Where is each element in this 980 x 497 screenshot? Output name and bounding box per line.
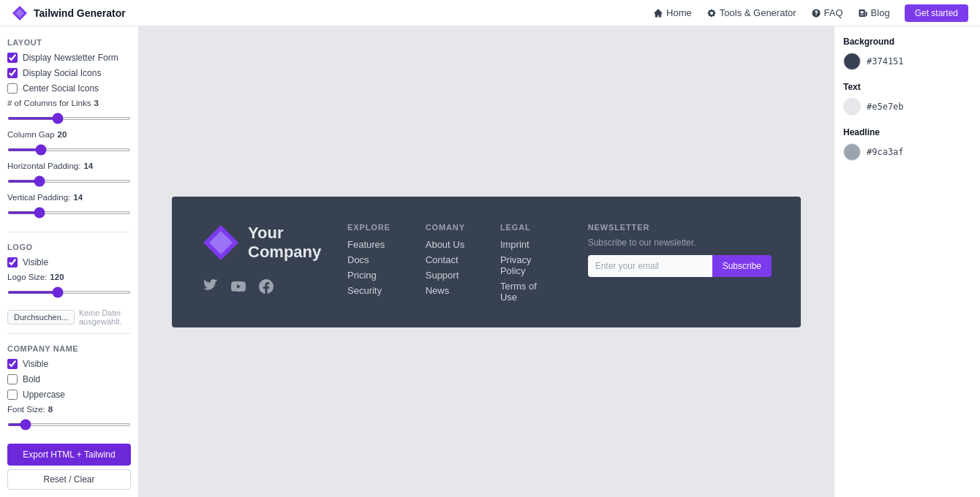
headline-color-row: #9ca3af <box>843 143 971 161</box>
divider-1 <box>7 232 131 232</box>
company-bold-row: Bold <box>7 374 131 384</box>
display-social-checkbox[interactable] <box>7 68 18 78</box>
nav-tools[interactable]: Tools & Generator <box>706 7 796 18</box>
newsletter-submit-button[interactable]: Subscribe <box>712 255 772 277</box>
reset-button[interactable]: Reset / Clear <box>7 469 131 490</box>
link-security[interactable]: Security <box>347 285 391 296</box>
company-visible-row: Visible <box>7 359 131 369</box>
social-icons <box>201 277 276 296</box>
display-social-label[interactable]: Display Social Icons <box>23 68 101 78</box>
nav-blog[interactable]: Blog <box>858 7 890 18</box>
v-padding-label: Vertical Padding: <box>7 193 70 202</box>
h-padding-slider[interactable] <box>7 180 131 183</box>
link-imprint[interactable]: Imprint <box>500 239 553 250</box>
blog-icon <box>858 8 868 18</box>
h-padding-value: 14 <box>83 162 93 170</box>
logo-size-label: Logo Size: <box>7 273 47 281</box>
top-nav: Tailwind Generator Home Tools & Generato… <box>0 0 980 26</box>
topnav-title: Tailwind Generator <box>34 7 126 19</box>
link-terms[interactable]: Terms of Use <box>500 281 553 303</box>
link-features[interactable]: Features <box>347 239 391 250</box>
link-docs[interactable]: Docs <box>347 254 391 265</box>
company-bold-checkbox[interactable] <box>7 374 18 384</box>
footer-top: Your Company <box>201 223 772 307</box>
newsletter-col: NEWSLETTER Subscribe to our newsletter. … <box>588 223 772 307</box>
file-label: Keine Datei ausgewählt. <box>79 308 131 326</box>
footer-preview: Your Company <box>172 197 801 327</box>
company-col: COMANY About Us Contact Support News <box>426 223 465 307</box>
company-section-title: Company Name <box>7 344 131 353</box>
font-size-label: Font Size: <box>7 405 45 414</box>
nav-home[interactable]: Home <box>653 7 692 18</box>
background-swatch[interactable] <box>843 53 861 70</box>
explore-title: EXPLORE <box>347 223 391 232</box>
left-sidebar: Layout Display Newsletter Form Display S… <box>0 26 139 497</box>
link-privacy[interactable]: Privacy Policy <box>500 254 553 276</box>
footer-logo-col: Your Company <box>201 223 347 296</box>
right-sidebar: Background #374151 Text #e5e7eb Headline… <box>834 26 980 497</box>
center-social-checkbox-row: Center Social Icons <box>7 83 131 94</box>
footer-link-columns: EXPLORE Features Docs Pricing Security C… <box>347 223 772 307</box>
text-swatch[interactable] <box>843 98 861 115</box>
logo-section-title: Logo <box>7 243 131 251</box>
logo-icon <box>12 5 28 21</box>
youtube-icon[interactable] <box>229 277 248 296</box>
newsletter-email-input[interactable] <box>588 255 712 277</box>
column-gap-slider[interactable] <box>7 148 131 151</box>
center-social-checkbox[interactable] <box>7 83 18 94</box>
text-color-row: #e5e7eb <box>843 98 971 115</box>
tools-icon <box>706 8 717 18</box>
link-about[interactable]: About Us <box>426 239 465 250</box>
headline-swatch[interactable] <box>843 143 861 161</box>
link-support[interactable]: Support <box>426 270 465 281</box>
logo-size-slider[interactable] <box>7 291 131 294</box>
display-newsletter-checkbox[interactable] <box>7 53 18 63</box>
display-newsletter-label[interactable]: Display Newsletter Form <box>23 53 118 63</box>
company-uppercase-label[interactable]: Uppercase <box>23 390 65 400</box>
home-icon <box>653 8 663 18</box>
center-social-label[interactable]: Center Social Icons <box>23 83 99 94</box>
logo-visible-row: Visible <box>7 257 131 268</box>
newsletter-desc: Subscribe to our newsletter. <box>588 238 772 248</box>
h-padding-slider-row: Horizontal Padding: 14 <box>7 162 131 186</box>
columns-slider[interactable] <box>7 117 131 120</box>
file-input-row: Durchsuchen... Keine Datei ausgewählt. <box>7 308 131 326</box>
layout-section-title: Layout <box>7 38 131 47</box>
newsletter-checkbox-row: Display Newsletter Form <box>7 53 131 63</box>
headline-hex: #9ca3af <box>867 147 904 157</box>
company-visible-checkbox[interactable] <box>7 359 18 369</box>
legal-title: LEGAL <box>500 223 553 232</box>
topnav-logo: Tailwind Generator <box>12 5 126 21</box>
v-padding-slider[interactable] <box>7 211 131 214</box>
logo-visible-label[interactable]: Visible <box>23 257 48 268</box>
file-browse-button[interactable]: Durchsuchen... <box>7 310 75 325</box>
font-size-slider[interactable] <box>7 423 131 426</box>
link-pricing[interactable]: Pricing <box>347 270 391 281</box>
divider-2 <box>7 333 131 334</box>
newsletter-form: Subscribe <box>588 255 772 277</box>
topnav-links: Home Tools & Generator FAQ Blog Get star… <box>653 4 968 22</box>
get-started-button[interactable]: Get started <box>905 4 968 22</box>
h-padding-label: Horizontal Padding: <box>7 162 80 170</box>
logo-svg <box>201 223 241 262</box>
link-news[interactable]: News <box>426 285 465 296</box>
column-gap-value: 20 <box>58 130 67 139</box>
link-contact[interactable]: Contact <box>426 254 465 265</box>
facebook-icon[interactable] <box>257 277 276 296</box>
headline-title: Headline <box>843 127 971 137</box>
company-bold-label[interactable]: Bold <box>23 374 40 384</box>
background-section: Background #374151 <box>843 37 971 70</box>
twitter-icon[interactable] <box>201 277 220 296</box>
font-size-slider-row: Font Size: 8 <box>7 405 131 429</box>
nav-faq[interactable]: FAQ <box>811 7 843 18</box>
background-color-row: #374151 <box>843 53 971 70</box>
company-uppercase-checkbox[interactable] <box>7 390 18 400</box>
company-title: COMANY <box>426 223 465 232</box>
company-visible-label[interactable]: Visible <box>23 359 48 369</box>
background-hex: #374151 <box>867 56 904 67</box>
logo-visible-checkbox[interactable] <box>7 257 18 268</box>
columns-label: # of Columns for Links <box>7 99 91 107</box>
v-padding-value: 14 <box>73 193 83 202</box>
export-button[interactable]: Export HTML + Tailwind <box>7 444 131 466</box>
faq-icon <box>811 8 821 18</box>
